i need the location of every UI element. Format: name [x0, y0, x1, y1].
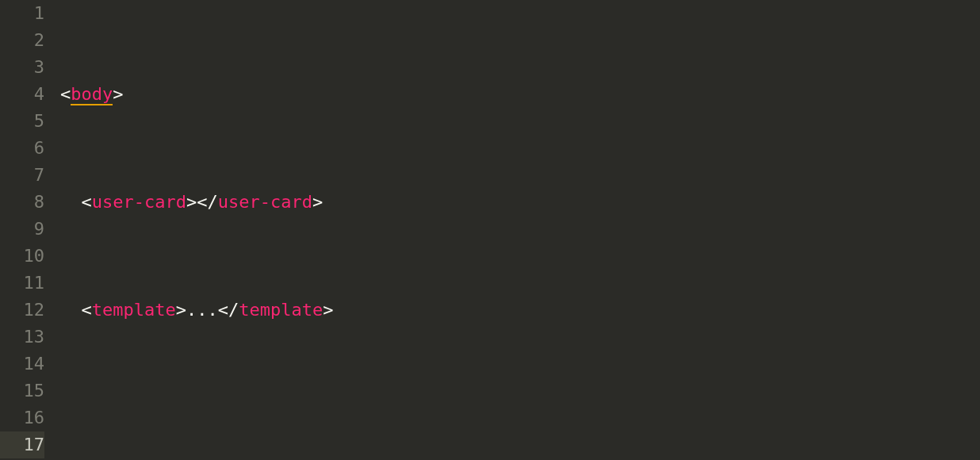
code-line[interactable]: <user-card></user-card>: [60, 189, 980, 216]
line-number: 9: [0, 216, 44, 243]
tag-body-open: body: [71, 84, 113, 105]
line-number: 5: [0, 108, 44, 135]
line-number: 13: [0, 324, 44, 351]
tag-user-card: user-card: [92, 192, 186, 212]
code-line[interactable]: <template>...</template>: [60, 297, 980, 324]
line-number: 12: [0, 297, 44, 324]
code-line[interactable]: <body>: [60, 81, 980, 108]
line-number: 3: [0, 54, 44, 81]
line-number: 10: [0, 243, 44, 270]
line-number: 4: [0, 81, 44, 108]
line-number: 11: [0, 270, 44, 297]
line-number: 7: [0, 162, 44, 189]
tag-template: template: [92, 300, 176, 320]
line-number: 14: [0, 351, 44, 378]
code-area[interactable]: <body> <user-card></user-card> <template…: [56, 0, 980, 460]
line-number: 6: [0, 135, 44, 162]
line-number: 8: [0, 189, 44, 216]
line-number: 17: [0, 431, 44, 458]
line-number: 16: [0, 404, 44, 431]
line-number: 15: [0, 378, 44, 404]
code-line[interactable]: [60, 404, 980, 431]
line-number: 1: [0, 0, 44, 27]
line-number: 2: [0, 27, 44, 54]
code-editor[interactable]: 1 2 3 4 5 6 7 8 9 10 11 12 13 14 15 16 1…: [0, 0, 980, 460]
gutter: 1 2 3 4 5 6 7 8 9 10 11 12 13 14 15 16 1…: [0, 0, 56, 460]
